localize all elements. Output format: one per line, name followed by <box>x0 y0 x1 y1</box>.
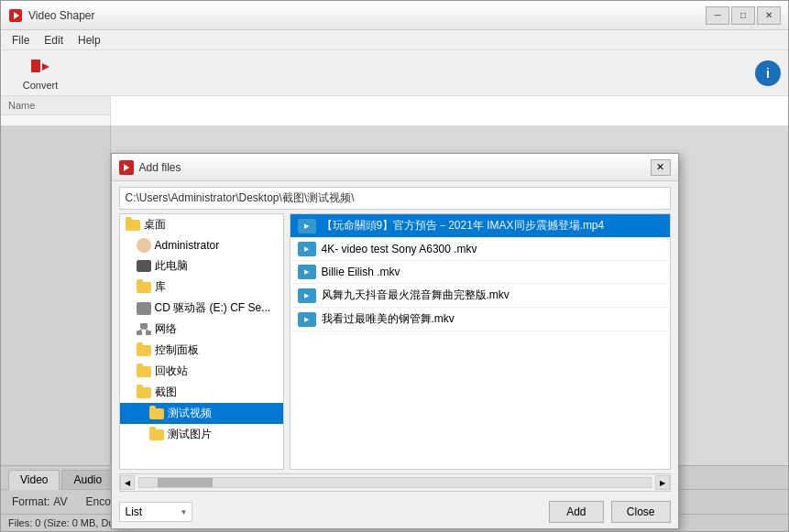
tree-item-admin[interactable]: Administrator <box>120 235 283 255</box>
tree-item-recycle[interactable]: 回收站 <box>120 361 283 382</box>
video-file-icon-1 <box>298 242 316 256</box>
network-icon <box>137 323 151 336</box>
svg-line-10 <box>144 329 148 331</box>
dialog-icon <box>119 160 134 175</box>
scroll-right-button[interactable]: ▶ <box>655 475 670 490</box>
tree-item-label: Administrator <box>155 239 220 252</box>
tree-item-label: 控制面板 <box>155 342 199 358</box>
view-select: List <box>119 502 192 522</box>
tree-item-library[interactable]: 库 <box>120 277 283 298</box>
scroll-left-button[interactable]: ◀ <box>120 475 135 490</box>
file-item-0[interactable]: 【玩命關頭9】官方預告－2021年 IMAX同步震撼登場.mp4 <box>290 214 670 238</box>
tree-item-label: 测试视频 <box>168 406 212 421</box>
disk-icon <box>137 302 151 315</box>
svg-rect-7 <box>137 331 142 335</box>
scroll-thumb[interactable] <box>158 478 213 487</box>
folder-tree[interactable]: 桌面 Administrator 此电脑 库 <box>119 213 284 470</box>
video-file-icon-3 <box>298 288 316 303</box>
file-item-4[interactable]: 我看过最唯美的钢管舞.mkv <box>290 308 670 331</box>
add-files-dialog: Add files ✕ C:\Users\Administrator\Deskt… <box>111 153 679 529</box>
file-item-3[interactable]: 风舞九天抖音最火混音舞曲完整版.mkv <box>290 284 670 308</box>
menu-edit[interactable]: Edit <box>37 32 71 49</box>
close-dialog-button[interactable]: Close <box>611 501 671 523</box>
view-dropdown[interactable]: List <box>119 502 192 522</box>
app-icon <box>8 8 23 23</box>
folder-icon-desktop <box>126 220 140 231</box>
folder-icon-testpic <box>149 429 164 440</box>
toolbar: Convert i <box>1 50 788 96</box>
tree-item-desktop[interactable]: 桌面 <box>120 214 283 235</box>
svg-marker-3 <box>42 63 49 71</box>
file-item-label: 风舞九天抖音最火混音舞曲完整版.mkv <box>322 288 510 303</box>
name-column-header: Name <box>1 96 110 115</box>
tree-item-testvideo[interactable]: 测试视频 <box>120 403 283 424</box>
path-bar: C:\Users\Administrator\Desktop\截图\测试视频\ <box>119 187 671 210</box>
scroll-track[interactable] <box>138 477 652 488</box>
tree-item-cd[interactable]: CD 驱动器 (E:) CF Se... <box>120 298 283 319</box>
main-window: Video Shaper ─ □ ✕ File Edit Help Conver… <box>0 0 789 532</box>
dialog-overlay: Add files ✕ C:\Users\Administrator\Deskt… <box>1 125 788 531</box>
file-list[interactable]: 【玩命關頭9】官方預告－2021年 IMAX同步震撼登場.mp4 4K- vid… <box>290 213 671 470</box>
folder-icon-testvideo <box>149 408 164 419</box>
info-button[interactable]: i <box>755 60 781 86</box>
video-file-icon-0 <box>298 219 316 233</box>
tree-item-mypc[interactable]: 此电脑 <box>120 255 283 277</box>
person-icon-admin <box>137 238 151 253</box>
svg-line-9 <box>139 329 144 331</box>
window-title: Video Shaper <box>28 9 706 22</box>
dialog-title: Add files <box>139 161 651 174</box>
tree-item-controlpanel[interactable]: 控制面板 <box>120 340 283 361</box>
menu-file[interactable]: File <box>5 32 37 49</box>
tree-item-label: 截图 <box>155 385 177 400</box>
dialog-body: 桌面 Administrator 此电脑 库 <box>112 213 678 470</box>
tree-item-testpic[interactable]: 测试图片 <box>120 424 283 445</box>
svg-rect-6 <box>140 323 148 329</box>
file-item-label: Billie Eilish .mkv <box>322 266 400 278</box>
dialog-close-button[interactable]: ✕ <box>651 159 671 176</box>
file-item-label: 【玩命關頭9】官方預告－2021年 IMAX同步震撼登場.mp4 <box>322 218 605 233</box>
convert-icon <box>29 56 51 78</box>
tree-item-label: CD 驱动器 (E:) CF Se... <box>155 300 271 316</box>
folder-icon-recycle <box>137 366 151 377</box>
file-item-1[interactable]: 4K- video test Sony A6300 .mkv <box>290 238 670 261</box>
tree-item-label: 回收站 <box>155 364 188 379</box>
close-button[interactable]: ✕ <box>757 6 781 25</box>
minimize-button[interactable]: ─ <box>706 6 729 25</box>
tree-item-label: 桌面 <box>144 217 166 233</box>
menu-help[interactable]: Help <box>71 32 108 49</box>
video-file-icon-4 <box>298 312 316 327</box>
add-button[interactable]: Add <box>549 501 604 523</box>
tree-item-label: 网络 <box>155 321 177 337</box>
convert-button[interactable]: Convert <box>8 51 72 95</box>
folder-icon-control <box>137 345 151 356</box>
folder-icon-screenshots <box>137 387 151 398</box>
file-item-label: 我看过最唯美的钢管舞.mkv <box>322 311 455 327</box>
tree-item-label: 库 <box>155 279 166 295</box>
file-item-2[interactable]: Billie Eilish .mkv <box>290 261 670 284</box>
svg-rect-2 <box>31 60 40 72</box>
computer-icon <box>137 260 151 272</box>
dialog-title-bar: Add files ✕ <box>112 154 678 181</box>
title-bar: Video Shaper ─ □ ✕ <box>1 1 788 30</box>
maximize-button[interactable]: □ <box>731 6 755 25</box>
dialog-footer: List Add Close <box>112 495 678 528</box>
tree-item-network[interactable]: 网络 <box>120 319 283 340</box>
video-file-icon-2 <box>298 265 316 279</box>
tree-item-label: 此电脑 <box>155 258 188 274</box>
tree-item-label: 测试图片 <box>168 427 212 442</box>
window-controls: ─ □ ✕ <box>706 6 781 25</box>
file-item-label: 4K- video test Sony A6300 .mkv <box>322 243 477 255</box>
menu-bar: File Edit Help <box>1 30 788 50</box>
svg-rect-8 <box>146 331 151 335</box>
folder-icon-library <box>137 282 151 293</box>
tree-item-screenshots[interactable]: 截图 <box>120 382 283 403</box>
horizontal-scrollbar[interactable]: ◀ ▶ <box>119 473 671 492</box>
convert-label: Convert <box>23 80 59 91</box>
